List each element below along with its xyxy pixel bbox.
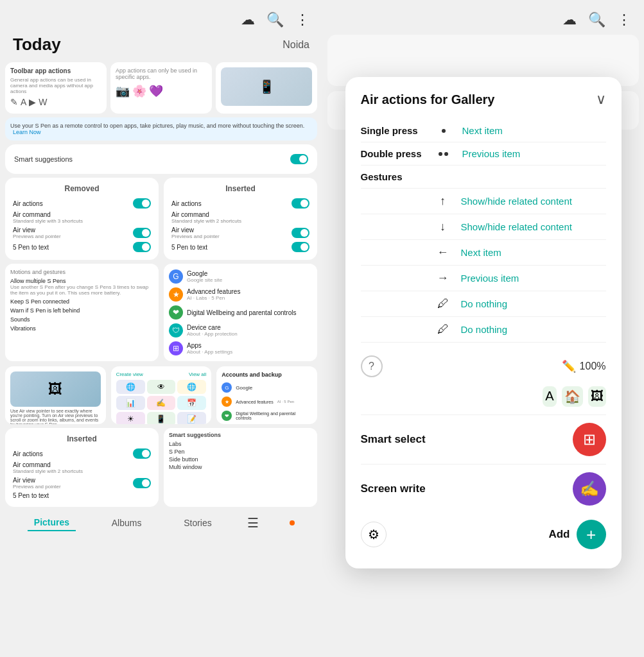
gesture-dn2-icon: 🖊 bbox=[434, 323, 452, 336]
thumbnail-icons-row: A 🏠 🖼 bbox=[361, 386, 606, 407]
app-actions-desc: General app actions can be used in camer… bbox=[10, 77, 101, 94]
smart-suggestions-toggle[interactable] bbox=[290, 154, 308, 164]
apps-icon: ⊞ bbox=[169, 341, 183, 355]
modal-bottom: ? ✏️ 100% A 🏠 🖼 Smart select ⊞ bbox=[361, 345, 606, 556]
google-acc-label: Google bbox=[236, 385, 252, 391]
s2-s-pen-text: 5 Pen to text bbox=[13, 491, 151, 500]
removed-label: Removed bbox=[13, 184, 151, 193]
modal-close-icon[interactable]: ∨ bbox=[596, 91, 606, 108]
image-preview: 🖼 bbox=[10, 371, 101, 407]
gesture-dn2-value[interactable]: Do nothing bbox=[461, 324, 606, 335]
motions-label: Motions and gestures bbox=[10, 269, 153, 275]
thumb-icon-2[interactable]: 🏠 bbox=[562, 386, 583, 407]
icon4: W bbox=[39, 97, 47, 107]
nav-albums[interactable]: Albums bbox=[105, 515, 148, 531]
nav-menu-icon[interactable]: ☰ bbox=[247, 515, 259, 531]
double-press-value[interactable]: Previous item bbox=[462, 148, 606, 159]
motions-settings-section: Motions and gestures Allow multiple S Pe… bbox=[0, 264, 322, 361]
wellbeing-account[interactable]: ❤ Digital Wellbeing and parental control… bbox=[222, 409, 312, 423]
gesture-do-nothing-2-row: 🖊 Do nothing bbox=[361, 317, 606, 343]
learn-more-btn[interactable]: Learn Now bbox=[13, 129, 41, 135]
inserted-air-actions-toggle[interactable] bbox=[292, 198, 309, 209]
cloud-icon-left[interactable]: ☁ bbox=[241, 12, 255, 28]
gesture-left-value[interactable]: Next item bbox=[461, 247, 606, 258]
shortcut7[interactable]: ☀ bbox=[116, 412, 145, 424]
shortcut2[interactable]: 👁 bbox=[147, 380, 176, 394]
help-icon-btn[interactable]: ? bbox=[361, 355, 383, 377]
warn-label: Warn if S Pen is left behind bbox=[10, 307, 153, 314]
smart-suggestions-area: Smart suggestions bbox=[0, 141, 322, 174]
single-press-value[interactable]: Next item bbox=[462, 125, 606, 136]
thumb-icon-1[interactable]: A bbox=[543, 386, 556, 407]
left-location: Noida bbox=[283, 39, 309, 51]
create-view-label: Create view bbox=[116, 371, 143, 377]
menu-icon-left[interactable]: ⋮ bbox=[295, 12, 309, 28]
wellbeing-text: Digital Wellbeing and parental controls bbox=[187, 309, 312, 316]
inserted-air-view: Air view Previews and pointer bbox=[171, 225, 309, 241]
s2-air-actions-toggle[interactable] bbox=[133, 448, 151, 459]
smart-suggestions-card: Smart suggestions bbox=[5, 144, 317, 174]
s2-air-view-toggle[interactable] bbox=[133, 478, 151, 488]
s2-side-btn: Side button bbox=[169, 456, 312, 463]
phone-icon: 📱 bbox=[259, 79, 275, 94]
shortcut9[interactable]: 📝 bbox=[177, 412, 206, 424]
sounds-label: Sounds bbox=[10, 316, 153, 323]
add-btn[interactable]: + bbox=[577, 520, 606, 549]
digital-wellbeing-item[interactable]: ❤ Digital Wellbeing and parental control… bbox=[169, 303, 312, 321]
samsung-app-icon: 💜 bbox=[149, 84, 163, 98]
gesture-dn1-value[interactable]: Do nothing bbox=[461, 298, 606, 309]
motions-card: Motions and gestures Allow multiple S Pe… bbox=[5, 264, 159, 361]
left-topbar: ☁ 🔍 ⋮ bbox=[0, 0, 322, 35]
view-all-link[interactable]: View all bbox=[189, 371, 206, 377]
modal-overlay: Air actions for Gallery ∨ Single press N… bbox=[322, 0, 644, 657]
smart-select-btn[interactable]: ⊞ bbox=[573, 423, 606, 456]
smart-select-label: Smart select bbox=[361, 433, 426, 446]
icon2: A bbox=[21, 97, 26, 107]
pen-status: ✏️ 100% bbox=[562, 359, 606, 373]
top-cards-grid: Toolbar app actions General app actions … bbox=[0, 62, 322, 114]
nav-stories[interactable]: Stories bbox=[177, 515, 218, 531]
screen-write-btn[interactable]: ✍ bbox=[573, 472, 606, 506]
right-arrow-icon: → bbox=[437, 271, 449, 285]
advanced-features-item[interactable]: ★ Advanced features AI · Labs · 5 Pen bbox=[169, 286, 312, 303]
gesture-right-value[interactable]: Previous item bbox=[461, 273, 606, 284]
gesture-down-value[interactable]: Show/hide related content bbox=[461, 221, 606, 232]
nav-pictures[interactable]: Pictures bbox=[28, 515, 76, 531]
gesture-down-row: ↓ Show/hide related content bbox=[361, 214, 606, 240]
inserted-s-pen-toggle[interactable] bbox=[292, 242, 309, 252]
apps-item[interactable]: ⊞ Apps About · App settings bbox=[169, 339, 312, 357]
s2-smart-label: Smart suggestions bbox=[169, 432, 312, 438]
shortcut4[interactable]: 📊 bbox=[116, 396, 145, 410]
modal-title: Air actions for Gallery bbox=[361, 92, 495, 107]
second-inserted-label: Inserted bbox=[13, 434, 151, 443]
removed-air-view-toggle[interactable] bbox=[133, 228, 151, 238]
thumb-icon-3[interactable]: 🖼 bbox=[588, 386, 606, 407]
search-icon-left[interactable]: 🔍 bbox=[266, 12, 284, 28]
inserted-s-pen-text: 5 Pen to text bbox=[171, 241, 309, 253]
single-press-dots bbox=[434, 129, 453, 133]
s2-air-view: Air view Previews and pointer bbox=[13, 475, 151, 491]
removed-s-pen-toggle[interactable] bbox=[133, 242, 151, 252]
gesture-left-icon: ← bbox=[434, 246, 452, 259]
gesture-up-value[interactable]: Show/hide related content bbox=[461, 196, 606, 207]
single-press-label: Single press bbox=[361, 125, 425, 136]
shortcut3[interactable]: 🌐 bbox=[177, 380, 206, 394]
google-text: Google Google site site bbox=[187, 270, 312, 283]
shortcut5[interactable]: ✍ bbox=[147, 396, 176, 410]
shortcut8[interactable]: 📱 bbox=[147, 412, 176, 424]
inserted-air-view-toggle[interactable] bbox=[292, 228, 309, 238]
advanced-account[interactable]: ★ Advanced features AI · 5 Pen bbox=[222, 395, 312, 409]
shortcut6[interactable]: 📅 bbox=[177, 396, 206, 410]
phone-img: 📱 bbox=[221, 67, 312, 106]
google-account[interactable]: G Google bbox=[222, 380, 312, 395]
s2-multi-win: Multi window bbox=[169, 464, 312, 470]
removed-air-actions-toggle[interactable] bbox=[133, 198, 151, 209]
smart-select-row: Smart select ⊞ bbox=[361, 414, 606, 464]
wb-acc-label: Digital Wellbeing and parental controls bbox=[236, 411, 312, 420]
google-item[interactable]: G Google Google site site bbox=[169, 268, 312, 286]
gear-icon: ⚙ bbox=[368, 527, 379, 542]
device-care-item[interactable]: 🛡 Device care About · App protection bbox=[169, 321, 312, 339]
gear-settings-btn[interactable]: ⚙ bbox=[361, 522, 387, 547]
double-press-dots bbox=[434, 152, 453, 156]
shortcut1[interactable]: 🌐 bbox=[116, 380, 145, 394]
